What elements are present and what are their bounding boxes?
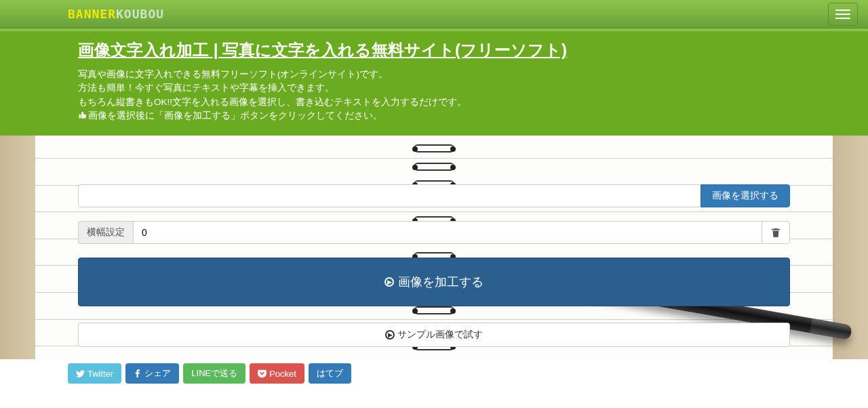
site-logo[interactable]: BANNERKOUBOU [68, 7, 164, 21]
file-path-display[interactable] [78, 184, 701, 207]
sample-button-label: サンプル画像で試す [397, 329, 483, 341]
process-image-button[interactable]: ▶ 画像を加工する [78, 258, 790, 306]
twitter-label: Twitter [87, 369, 113, 379]
process-button-label: 画像を加工する [398, 274, 484, 290]
navbar: BANNERKOUBOU [0, 0, 868, 28]
hamburger-menu-button[interactable] [828, 3, 858, 26]
hero-desc-1: 写真や画像に文字入れできる無料フリーソフト(オンラインサイト)です。 [78, 68, 790, 81]
hero-desc-2: 方法も簡単！今すぐ写真にテキストや字幕を挿入できます。 [78, 81, 790, 95]
twitter-icon [76, 369, 85, 378]
notebook-background-section: 画像を選択する 横幅設定 ▶ 画像を加工する ▶ サンプル画像で試す [0, 136, 868, 359]
logo-text-1: BANNER [68, 7, 116, 21]
page-title[interactable]: 画像文字入れ加工 | 写真に文字を入れる無料サイト(フリーソフト) [78, 39, 790, 61]
trash-icon [771, 228, 781, 237]
hero-desc-3: もちろん縦書きもOK!!文字を入れる画像を選択し、書き込むテキストを入力するだけ… [78, 96, 790, 109]
width-label: 横幅設定 [78, 221, 133, 244]
sample-image-button[interactable]: ▶ サンプル画像で試す [78, 323, 790, 347]
share-bar: Twitter シェア LINEで送る Pocket はてブ [68, 359, 800, 384]
pocket-icon [258, 369, 267, 378]
share-hatena-button[interactable]: はてブ [309, 363, 351, 384]
file-input-group: 画像を選択する [78, 184, 790, 207]
share-twitter-button[interactable]: Twitter [68, 363, 121, 384]
hero-desc-4-text: 画像を選択後に「画像を加工する」ボタンをクリックしてください。 [88, 110, 382, 121]
hero-desc-4: 画像を選択後に「画像を加工する」ボタンをクリックしてください。 [78, 109, 790, 123]
hero-section: 画像文字入れ加工 | 写真に文字を入れる無料サイト(フリーソフト) 写真や画像に… [0, 31, 868, 136]
logo-text-2: KOUBOU [116, 7, 164, 21]
share-line-button[interactable]: LINEで送る [183, 363, 245, 384]
share-pocket-button[interactable]: Pocket [250, 363, 304, 384]
share-facebook-button[interactable]: シェア [125, 363, 179, 384]
form-area: 画像を選択する 横幅設定 ▶ 画像を加工する ▶ サンプル画像で試す [68, 136, 800, 347]
width-input-group: 横幅設定 [78, 221, 790, 244]
facebook-label: シェア [144, 367, 171, 380]
trash-button[interactable] [762, 221, 790, 244]
facebook-icon [134, 369, 142, 378]
thumbs-up-icon [78, 110, 87, 123]
circle-arrow-right-icon: ▶ [384, 277, 394, 287]
circle-arrow-right-icon: ▶ [385, 330, 395, 340]
select-image-button[interactable]: 画像を選択する [701, 184, 790, 207]
width-input[interactable] [133, 221, 762, 244]
pocket-label: Pocket [269, 369, 296, 379]
